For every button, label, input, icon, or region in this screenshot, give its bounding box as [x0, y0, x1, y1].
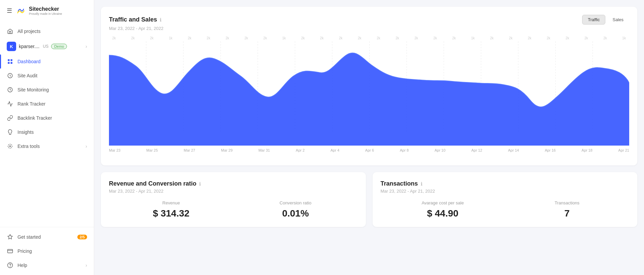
rank-tracker-icon: [7, 101, 13, 107]
svg-point-10: [10, 266, 10, 267]
svg-point-9: [8, 263, 13, 268]
nav-section: All projects K kparser.... US Demo › Das…: [0, 22, 94, 227]
sidebar-item-insights[interactable]: Insights: [0, 125, 94, 139]
conversion-label: Conversion ratio: [233, 200, 358, 205]
bottom-row: Revenue and Conversion ratio ℹ Mar 23, 2…: [101, 172, 637, 227]
tab-sales[interactable]: Sales: [607, 15, 629, 25]
sidebar-item-backlink-tracker[interactable]: Backlink Tracker: [0, 111, 94, 125]
project-country: US: [43, 44, 48, 49]
backlink-tracker-icon: [7, 115, 13, 121]
conversion-metric: Conversion ratio 0.01%: [233, 200, 358, 219]
sidebar-item-extra-tools[interactable]: Extra tools ›: [0, 139, 94, 153]
traffic-sales-header: Traffic and Sales ℹ Traffic Sales: [109, 15, 629, 25]
traffic-sales-info-icon[interactable]: ℹ: [160, 17, 161, 23]
pricing-label: Pricing: [17, 248, 32, 254]
demo-badge: Demo: [51, 44, 67, 49]
revenue-title: Revenue and Conversion ratio: [109, 180, 196, 187]
transactions-date: Mar 23, 2022 - Apr 21, 2022: [381, 189, 630, 194]
dashboard-label: Dashboard: [17, 59, 41, 64]
sidebar-item-dashboard[interactable]: Dashboard: [0, 54, 94, 69]
site-monitoring-icon: [7, 86, 13, 93]
get-started-icon: [7, 234, 13, 240]
avg-cost-label: Avarage cost per sale: [381, 200, 505, 205]
pricing-icon: [7, 248, 13, 254]
chevron-right-icon: ›: [85, 44, 87, 49]
traffic-sales-title: Traffic and Sales: [109, 16, 157, 23]
svg-rect-2: [11, 59, 12, 61]
app-name: Sitechecker: [29, 6, 62, 12]
logo-area: Sitechecker Proudly made in Ukraine: [15, 5, 62, 16]
avg-cost-value: $ 44.90: [381, 208, 505, 219]
revenue-card: Revenue and Conversion ratio ℹ Mar 23, 2…: [101, 172, 366, 227]
insights-label: Insights: [17, 129, 34, 135]
sidebar-bottom: Get started 2/5 Pricing Help: [0, 227, 94, 275]
sidebar-header: ☰ Sitechecker Proudly made in Ukraine: [0, 0, 94, 22]
extra-tools-icon: [7, 143, 13, 150]
transactions-count-metric: Transactions 7: [505, 200, 629, 219]
tab-group: Traffic Sales: [582, 15, 629, 25]
chart-container: 2k 2k 2k 1k 2k 2k 2k 2k 2k 1k 2k 2k 2k 2…: [109, 36, 629, 157]
get-started-label: Get started: [17, 234, 41, 240]
backlink-tracker-label: Backlink Tracker: [17, 115, 52, 121]
svg-rect-4: [11, 62, 12, 64]
transactions-info-icon[interactable]: ℹ: [421, 181, 422, 187]
project-icon: K: [7, 42, 16, 51]
dashboard-icon: [7, 58, 13, 65]
traffic-sales-card: Traffic and Sales ℹ Traffic Sales Mar 23…: [101, 7, 637, 165]
svg-rect-1: [8, 59, 9, 61]
site-audit-label: Site Audit: [17, 73, 37, 78]
revenue-metrics: Revenue $ 314.32 Conversion ratio 0.01%: [109, 200, 358, 219]
sidebar-item-get-started[interactable]: Get started 2/5: [0, 230, 94, 244]
app-tagline: Proudly made in Ukraine: [29, 12, 62, 15]
sidebar-item-help[interactable]: Help ›: [0, 258, 94, 272]
help-chevron: ›: [85, 263, 87, 268]
tab-traffic[interactable]: Traffic: [582, 15, 605, 25]
revenue-value: $ 314.32: [109, 208, 233, 219]
transactions-metrics: Avarage cost per sale $ 44.90 Transactio…: [381, 200, 630, 219]
get-started-badge: 2/5: [77, 235, 87, 239]
svg-point-7: [10, 146, 11, 147]
revenue-metric: Revenue $ 314.32: [109, 200, 233, 219]
transactions-count-value: 7: [505, 208, 629, 219]
extra-tools-chevron: ›: [85, 144, 87, 149]
sidebar-item-pricing[interactable]: Pricing: [0, 244, 94, 258]
rank-tracker-label: Rank Tracker: [17, 101, 45, 107]
traffic-sales-date: Mar 23, 2022 - Apr 21, 2022: [109, 26, 629, 31]
main-content: Traffic and Sales ℹ Traffic Sales Mar 23…: [94, 0, 644, 275]
help-icon: [7, 262, 13, 269]
home-icon: [7, 28, 13, 35]
transactions-card: Transactions ℹ Mar 23, 2022 - Apr 21, 20…: [373, 172, 638, 227]
site-audit-icon: [7, 72, 13, 79]
svg-rect-8: [8, 249, 13, 253]
avg-cost-metric: Avarage cost per sale $ 44.90: [381, 200, 505, 219]
logo-text: Sitechecker Proudly made in Ukraine: [29, 6, 62, 15]
revenue-date: Mar 23, 2022 - Apr 21, 2022: [109, 189, 358, 194]
sidebar-item-all-projects[interactable]: All projects: [0, 24, 94, 38]
help-label: Help: [17, 263, 27, 268]
conversion-value: 0.01%: [233, 208, 358, 219]
all-projects-label: All projects: [17, 29, 40, 34]
svg-rect-3: [8, 62, 9, 64]
transactions-count-label: Transactions: [505, 200, 629, 205]
project-row[interactable]: K kparser.... US Demo ›: [0, 38, 94, 54]
site-monitoring-label: Site Monitoring: [17, 87, 49, 92]
logo-icon: [15, 5, 26, 16]
hamburger-icon[interactable]: ☰: [7, 7, 12, 14]
insights-icon: [7, 129, 13, 135]
sidebar-item-site-monitoring[interactable]: Site Monitoring: [0, 83, 94, 97]
extra-tools-label: Extra tools: [17, 144, 40, 149]
sidebar: ☰ Sitechecker Proudly made in Ukraine Al: [0, 0, 94, 275]
project-name: kparser....: [19, 44, 39, 49]
revenue-label: Revenue: [109, 200, 233, 205]
traffic-chart-svg: [109, 41, 629, 146]
transactions-title: Transactions: [381, 180, 418, 187]
sidebar-item-rank-tracker[interactable]: Rank Tracker: [0, 97, 94, 111]
revenue-info-icon[interactable]: ℹ: [199, 181, 201, 187]
sidebar-item-site-audit[interactable]: Site Audit: [0, 69, 94, 83]
